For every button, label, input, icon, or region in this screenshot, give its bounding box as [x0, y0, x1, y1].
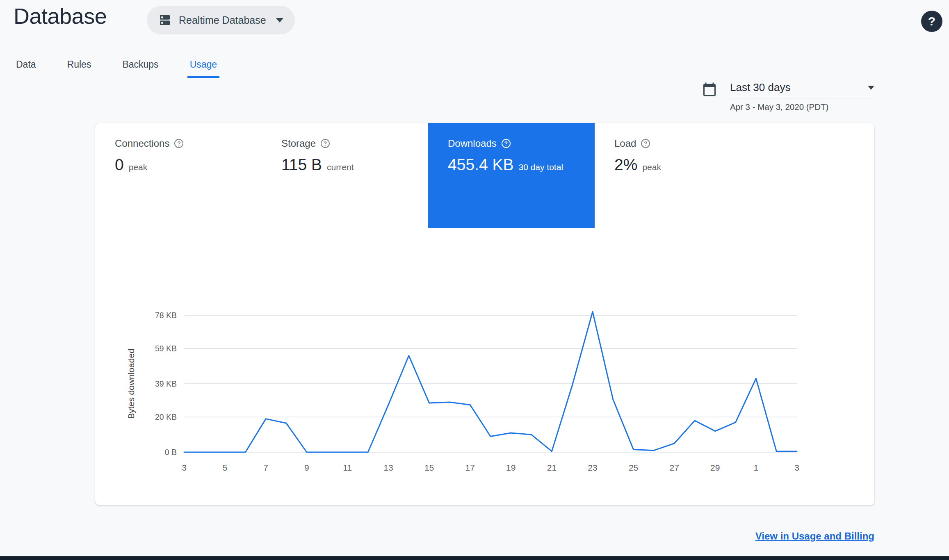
svg-text:29: 29: [710, 463, 720, 472]
database-icon: [158, 14, 171, 27]
metric-tile-load[interactable]: Load ? 2% peak: [595, 123, 761, 228]
svg-text:7: 7: [263, 463, 268, 472]
date-range-detail: Apr 3 - May 3, 2020 (PDT): [730, 102, 874, 112]
svg-text:27: 27: [670, 463, 679, 472]
metric-label: Connections: [115, 138, 169, 149]
chevron-down-icon: [868, 86, 874, 90]
help-icon[interactable]: ?: [174, 139, 183, 148]
metric-unit: peak: [129, 162, 148, 172]
metric-value: 0: [115, 156, 124, 174]
svg-text:1: 1: [754, 463, 759, 472]
date-range-main: Last 30 days Apr 3 - May 3, 2020 (PDT): [730, 81, 874, 112]
database-selector[interactable]: Realtime Database: [147, 6, 295, 34]
help-button[interactable]: ?: [921, 11, 942, 32]
help-icon[interactable]: ?: [641, 139, 650, 148]
metric-label: Load: [614, 138, 636, 149]
date-range-selector[interactable]: Last 30 days Apr 3 - May 3, 2020 (PDT): [702, 81, 874, 112]
svg-text:78 KB: 78 KB: [155, 311, 177, 320]
svg-text:9: 9: [304, 463, 309, 472]
metric-unit: peak: [642, 162, 661, 172]
metric-tiles: Connections ? 0 peak Storage ? 115 B cur…: [95, 123, 874, 228]
svg-text:59 KB: 59 KB: [155, 344, 177, 353]
svg-text:21: 21: [547, 463, 557, 472]
metric-label: Downloads: [448, 138, 497, 149]
metric-label: Storage: [281, 138, 316, 149]
calendar-icon: [702, 82, 717, 112]
usage-card: Connections ? 0 peak Storage ? 115 B cur…: [95, 123, 874, 505]
tab-rules[interactable]: Rules: [65, 52, 94, 78]
tab-backups[interactable]: Backups: [120, 52, 161, 78]
svg-text:Bytes downloaded: Bytes downloaded: [126, 348, 136, 419]
svg-text:39 KB: 39 KB: [155, 379, 177, 388]
date-range-label: Last 30 days: [730, 81, 790, 94]
metric-unit: current: [327, 162, 354, 172]
svg-text:3: 3: [794, 463, 799, 472]
database-selector-label: Realtime Database: [179, 14, 266, 26]
downloads-chart: 78 KB59 KB39 KB20 KB0 B35791113151719212…: [95, 295, 874, 480]
svg-text:0 B: 0 B: [165, 448, 177, 457]
svg-text:13: 13: [383, 463, 393, 472]
metric-value: 2%: [614, 156, 637, 174]
svg-text:3: 3: [182, 463, 187, 472]
svg-text:20 KB: 20 KB: [155, 412, 177, 421]
page-title: Database: [14, 3, 107, 29]
metric-tile-connections[interactable]: Connections ? 0 peak: [95, 123, 262, 228]
svg-text:11: 11: [343, 463, 352, 472]
metric-value: 455.4 KB: [448, 156, 513, 174]
svg-text:25: 25: [629, 463, 638, 472]
date-range-row: Last 30 days: [730, 81, 874, 98]
help-icon[interactable]: ?: [502, 139, 511, 148]
svg-text:19: 19: [506, 463, 516, 472]
svg-text:5: 5: [223, 463, 228, 472]
svg-text:17: 17: [465, 463, 475, 472]
chevron-down-icon: [276, 18, 283, 23]
tab-bar: Data Rules Backups Usage: [14, 52, 943, 78]
bottom-bar: [0, 556, 949, 560]
metric-tile-storage[interactable]: Storage ? 115 B current: [262, 123, 428, 228]
help-icon: ?: [928, 14, 935, 28]
svg-text:15: 15: [424, 463, 434, 472]
metric-value: 115 B: [281, 156, 322, 174]
usage-billing-link[interactable]: View in Usage and Billing: [755, 530, 874, 542]
metric-unit: 30 day total: [518, 162, 563, 172]
help-icon[interactable]: ?: [321, 139, 330, 148]
svg-text:23: 23: [588, 463, 597, 472]
metric-tile-downloads[interactable]: Downloads ? 455.4 KB 30 day total: [428, 123, 595, 228]
tab-usage[interactable]: Usage: [187, 52, 219, 78]
tab-data[interactable]: Data: [14, 52, 39, 78]
